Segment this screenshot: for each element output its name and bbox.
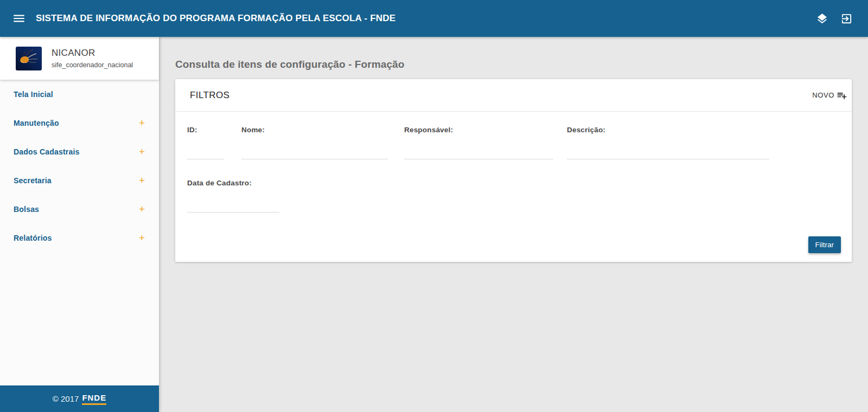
page-title: Consulta de itens de configuração - Form…	[175, 59, 852, 70]
sidebar-nav: Tela Inicial Manutenção + Dados Cadastra…	[0, 80, 159, 252]
filtrar-button[interactable]: Filtrar	[808, 236, 841, 253]
sidebar-item-label: Dados Cadastrais	[14, 147, 79, 156]
sidebar-item-label: Secretaria	[14, 176, 52, 185]
expand-plus-icon: +	[139, 233, 145, 243]
id-input[interactable]	[187, 150, 224, 159]
header-actions	[816, 12, 853, 25]
field-id: ID:	[187, 126, 224, 159]
responsavel-label: Responsável:	[404, 126, 553, 134]
field-responsavel: Responsável:	[404, 126, 553, 159]
expand-plus-icon: +	[139, 146, 145, 157]
sidebar: NICANOR sife_coordenador_nacional Tela I…	[0, 37, 159, 412]
responsavel-input[interactable]	[404, 150, 553, 159]
filters-title: FILTROS	[190, 90, 229, 101]
filter-row-2: Data de Cadastro:	[187, 179, 841, 213]
filters-card: FILTROS NOVO ID: Nome: Responsável	[175, 79, 852, 262]
user-name: NICANOR	[52, 48, 133, 59]
exit-to-app-icon[interactable]	[840, 12, 853, 25]
fnde-link[interactable]: FNDE	[82, 393, 106, 405]
data-cadastro-label: Data de Cadastro:	[187, 179, 279, 187]
expand-plus-icon: +	[139, 175, 145, 185]
descricao-label: Descrição:	[567, 126, 769, 134]
filters-card-body: ID: Nome: Responsável: Descrição:	[175, 112, 852, 262]
hamburger-menu-glyph	[12, 11, 26, 25]
user-panel: NICANOR sife_coordenador_nacional	[0, 37, 159, 80]
sidebar-item-label: Bolsas	[14, 205, 39, 214]
nome-input[interactable]	[241, 150, 388, 159]
app-title: SISTEMA DE INFORMAÇÃO DO PROGRAMA FORMAÇ…	[36, 13, 395, 24]
sidebar-item-bolsas[interactable]: Bolsas +	[0, 195, 159, 223]
filters-card-actions: Filtrar	[187, 236, 841, 253]
field-descricao: Descrição:	[567, 126, 769, 159]
hamburger-menu-icon[interactable]	[12, 11, 26, 25]
sidebar-item-secretaria[interactable]: Secretaria +	[0, 166, 159, 195]
novo-button[interactable]: NOVO	[812, 90, 847, 101]
main-content: Consulta de itens de configuração - Form…	[159, 37, 868, 412]
nome-label: Nome:	[241, 126, 388, 134]
sidebar-item-manutencao[interactable]: Manutenção +	[0, 108, 159, 137]
sidebar-item-dados-cadastrais[interactable]: Dados Cadastrais +	[0, 137, 159, 166]
exit-to-app-glyph	[840, 12, 853, 25]
sidebar-item-tela-inicial[interactable]: Tela Inicial	[0, 80, 159, 108]
copyright-text: © 2017	[53, 394, 79, 403]
descricao-input[interactable]	[567, 150, 769, 159]
id-label: ID:	[187, 126, 224, 134]
data-cadastro-input[interactable]	[187, 203, 279, 213]
expand-plus-icon: +	[139, 118, 145, 128]
jellyfish-avatar-image	[16, 47, 42, 70]
field-data-cadastro: Data de Cadastro:	[187, 179, 279, 213]
layers-icon[interactable]	[816, 12, 828, 25]
app-header: SISTEMA DE INFORMAÇÃO DO PROGRAMA FORMAÇ…	[0, 0, 868, 37]
novo-button-label: NOVO	[812, 91, 834, 99]
filter-row-1: ID: Nome: Responsável: Descrição:	[187, 126, 841, 159]
filters-card-header: FILTROS NOVO	[175, 79, 852, 112]
playlist-add-icon	[837, 90, 847, 101]
sidebar-item-label: Manutenção	[14, 119, 59, 127]
user-role: sife_coordenador_nacional	[52, 61, 133, 69]
layers-glyph	[816, 12, 828, 25]
expand-plus-icon: +	[139, 204, 145, 214]
sidebar-footer: © 2017 FNDE	[0, 385, 159, 412]
sidebar-item-label: Relatórios	[14, 234, 52, 242]
sidebar-item-label: Tela Inicial	[14, 90, 53, 99]
field-nome: Nome:	[241, 126, 388, 159]
avatar	[16, 47, 42, 70]
user-meta: NICANOR sife_coordenador_nacional	[52, 48, 133, 69]
sidebar-item-relatorios[interactable]: Relatórios +	[0, 223, 159, 252]
